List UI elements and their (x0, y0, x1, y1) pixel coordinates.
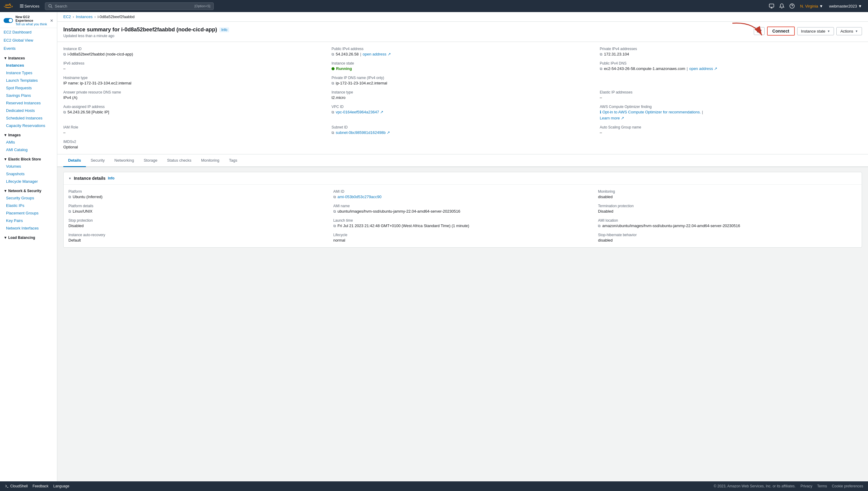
open-address-link-dns[interactable]: open address ↗ (689, 66, 717, 71)
sidebar-item-volumes[interactable]: Volumes (0, 163, 57, 170)
copy-subnet-id[interactable]: ⧉ (332, 131, 334, 135)
sidebar-item-security-groups[interactable]: Security Groups (0, 194, 57, 202)
vpc-id-link[interactable]: vpc-0164eef5964a23647 ↗ (336, 110, 383, 114)
sidebar-item-dedicated-hosts[interactable]: Dedicated Hosts (0, 107, 57, 114)
info-badge[interactable]: Info (219, 27, 229, 32)
nav-region[interactable]: N. Virginia ▼ (798, 2, 826, 10)
sidebar-section-instances[interactable]: ▼ Instances (0, 53, 57, 61)
instance-state-dropdown[interactable]: Instance state ▼ (797, 27, 834, 35)
field-hostname-type: Hostname type IP name: ip-172-31-23-104.… (63, 76, 326, 85)
close-sidebar-button[interactable]: ✕ (50, 19, 53, 23)
connect-button[interactable]: Connect (767, 27, 795, 36)
services-button[interactable]: Services (18, 3, 42, 10)
copy-ami-name[interactable]: ⧉ (333, 209, 336, 213)
tab-security[interactable]: Security (86, 154, 110, 167)
sidebar-item-placement-groups[interactable]: Placement Groups (0, 209, 57, 217)
tab-networking[interactable]: Networking (110, 154, 139, 167)
copy-auto-ip[interactable]: ⧉ (63, 110, 66, 114)
stop-hibernate-value: disabled (598, 238, 613, 242)
sidebar-item-snapshots[interactable]: Snapshots (0, 170, 57, 178)
svg-line-4 (51, 7, 52, 8)
section-info-link[interactable]: Info (108, 176, 115, 180)
bell-icon-btn[interactable] (777, 1, 786, 10)
copy-vpc-id[interactable]: ⧉ (332, 110, 334, 114)
sidebar: New EC2 Experience Tell us what you thin… (0, 12, 57, 481)
copy-public-dns[interactable]: ⧉ (600, 67, 602, 71)
refresh-button[interactable] (754, 27, 765, 35)
sidebar-section-network-security[interactable]: ▼ Network & Security (0, 185, 57, 194)
cloudshell-button[interactable]: CloudShell (5, 484, 28, 488)
language-label: Language (53, 484, 69, 488)
sidebar-item-elastic-ips[interactable]: Elastic IPs (0, 202, 57, 209)
tab-status-checks[interactable]: Status checks (162, 154, 196, 167)
search-bar[interactable]: [Option+S] (45, 2, 214, 10)
cloud-icon-btn[interactable] (767, 1, 776, 10)
copy-private-ipv4[interactable]: ⧉ (600, 52, 602, 56)
sidebar-item-ami-catalog[interactable]: AMI Catalog (0, 146, 57, 153)
copyright-text: © 2023, Amazon Web Services, Inc. or its… (714, 484, 796, 488)
field-elastic-ip: Elastic IP addresses – (600, 90, 862, 100)
learn-more-link[interactable]: Learn more ↗ (600, 116, 624, 120)
copy-instance-id[interactable]: ⧉ (63, 52, 66, 56)
sidebar-item-ec2-dashboard[interactable]: EC2 Dashboard (0, 28, 57, 36)
feedback-button[interactable]: Feedback (33, 484, 49, 488)
help-icon-btn[interactable] (787, 1, 797, 10)
copy-ami-id[interactable]: ⧉ (333, 195, 336, 199)
copy-platform-details[interactable]: ⧉ (68, 209, 71, 213)
field-iam-role: IAM Role – (63, 125, 326, 135)
section-collapse-icon[interactable]: ▼ (68, 177, 71, 180)
tab-tags[interactable]: Tags (224, 154, 242, 167)
copy-ami-location[interactable]: ⧉ (598, 224, 601, 228)
ipv6-value: – (63, 66, 65, 71)
sidebar-item-instance-types[interactable]: Instance Types (0, 69, 57, 77)
termination-protection-value: Disabled (598, 209, 613, 213)
sidebar-item-scheduled-instances[interactable]: Scheduled Instances (0, 114, 57, 122)
privacy-link[interactable]: Privacy (801, 484, 812, 488)
sidebar-item-reserved-instances[interactable]: Reserved Instances (0, 99, 57, 107)
copy-platform[interactable]: ⧉ (68, 195, 71, 199)
user-label: webmaster2023 (829, 4, 857, 8)
field-auto-assigned-ip: Auto-assigned IP address ⧉ 54.243.26.58 … (63, 105, 326, 120)
sidebar-section-load-balancing[interactable]: ▼ Load Balancing (0, 232, 57, 241)
sidebar-item-key-pairs[interactable]: Key Pairs (0, 217, 57, 224)
sidebar-item-network-interfaces[interactable]: Network Interfaces (0, 224, 57, 232)
sidebar-item-lifecycle-manager[interactable]: Lifecycle Manager (0, 178, 57, 185)
breadcrumb-ec2[interactable]: EC2 (63, 15, 71, 19)
sidebar-item-spot-requests[interactable]: Spot Requests (0, 84, 57, 92)
sidebar-section-ebs[interactable]: ▼ Elastic Block Store (0, 153, 57, 163)
open-address-link-ipv4[interactable]: open address ↗ (363, 52, 391, 56)
subnet-id-link[interactable]: subnet-0bc985981d162498b ↗ (336, 130, 390, 135)
sidebar-item-instances[interactable]: Instances (0, 61, 57, 69)
compute-optimizer-link[interactable]: Opt-in to AWS Compute Optimizer for reco… (602, 110, 701, 114)
field-auto-scaling-group: Auto Scaling Group name – (600, 125, 862, 135)
copy-private-dns[interactable]: ⧉ (332, 81, 334, 85)
new-experience-toggle[interactable] (4, 18, 13, 23)
instance-auto-recovery-value: Default (68, 238, 81, 242)
sidebar-item-capacity-reservations[interactable]: Capacity Reservations (0, 122, 57, 129)
breadcrumb-instances[interactable]: Instances (76, 15, 93, 19)
lifecycle-value: normal (333, 238, 345, 242)
nav-user[interactable]: webmaster2023 ▼ (827, 2, 864, 10)
sidebar-item-amis[interactable]: AMIs (0, 139, 57, 146)
sidebar-item-events[interactable]: Events (0, 44, 57, 53)
sidebar-item-savings-plans[interactable]: Savings Plans (0, 92, 57, 99)
sidebar-section-images[interactable]: ▼ Images (0, 129, 57, 139)
bottom-bar: CloudShell Feedback Language © 2023, Ama… (0, 481, 868, 491)
stop-protection-value: Disabled (68, 224, 84, 228)
terms-link[interactable]: Terms (817, 484, 827, 488)
running-dot (332, 67, 335, 70)
sidebar-item-ec2-global-view[interactable]: EC2 Global View (0, 36, 57, 44)
tab-details[interactable]: Details (63, 154, 86, 167)
language-button[interactable]: Language (53, 484, 69, 488)
search-input[interactable] (55, 4, 192, 8)
tab-storage[interactable]: Storage (139, 154, 162, 167)
services-label: Services (24, 4, 39, 8)
copy-launch-time[interactable]: ⧉ (333, 224, 336, 228)
tell-us-link[interactable]: Tell us what you think (16, 22, 48, 26)
tab-monitoring[interactable]: Monitoring (196, 154, 224, 167)
sidebar-item-launch-templates[interactable]: Launch Templates (0, 77, 57, 84)
actions-dropdown[interactable]: Actions ▼ (836, 27, 862, 35)
copy-public-ipv4[interactable]: ⧉ (332, 52, 334, 56)
ami-id-link[interactable]: ami-053b0d53c279acc90 (338, 195, 381, 199)
cookie-link[interactable]: Cookie preferences (832, 484, 863, 488)
